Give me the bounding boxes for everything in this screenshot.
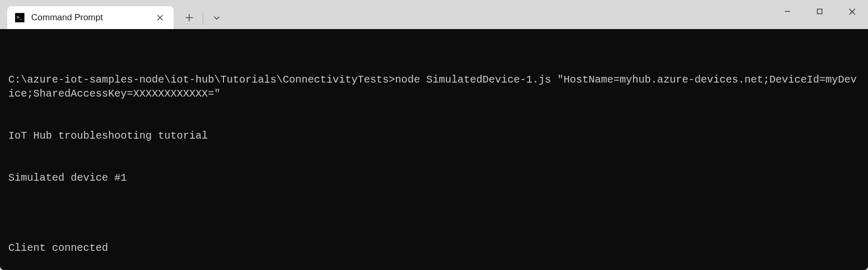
chevron-down-icon (213, 14, 220, 21)
maximize-icon (817, 8, 823, 15)
active-tab[interactable]: >_ Command Prompt (7, 6, 174, 29)
minimize-icon (784, 8, 791, 15)
close-icon (157, 15, 163, 21)
window-controls (771, 0, 868, 23)
command-prompt-icon: >_ (15, 12, 25, 23)
svg-text:>_: >_ (17, 15, 22, 20)
new-tab-button[interactable] (179, 7, 200, 28)
terminal-line: Client connected (8, 241, 860, 255)
close-icon (849, 8, 856, 15)
toolbar-divider (203, 12, 203, 25)
tab-dropdown-button[interactable] (206, 7, 227, 28)
tab-title: Command Prompt (31, 12, 153, 23)
terminal-output[interactable]: C:\azure-iot-samples-node\iot-hub\Tutori… (0, 29, 868, 270)
terminal-line: Simulated device #1 (8, 171, 860, 185)
terminal-line: C:\azure-iot-samples-node\iot-hub\Tutori… (8, 73, 860, 101)
close-window-button[interactable] (836, 0, 868, 23)
svg-rect-7 (818, 9, 822, 14)
window-titlebar: >_ Command Prompt (0, 0, 868, 29)
maximize-button[interactable] (804, 0, 836, 23)
close-tab-button[interactable] (153, 10, 167, 25)
plus-icon (186, 14, 193, 21)
minimize-button[interactable] (771, 0, 804, 23)
terminal-line: IoT Hub troubleshooting tutorial (8, 129, 860, 143)
